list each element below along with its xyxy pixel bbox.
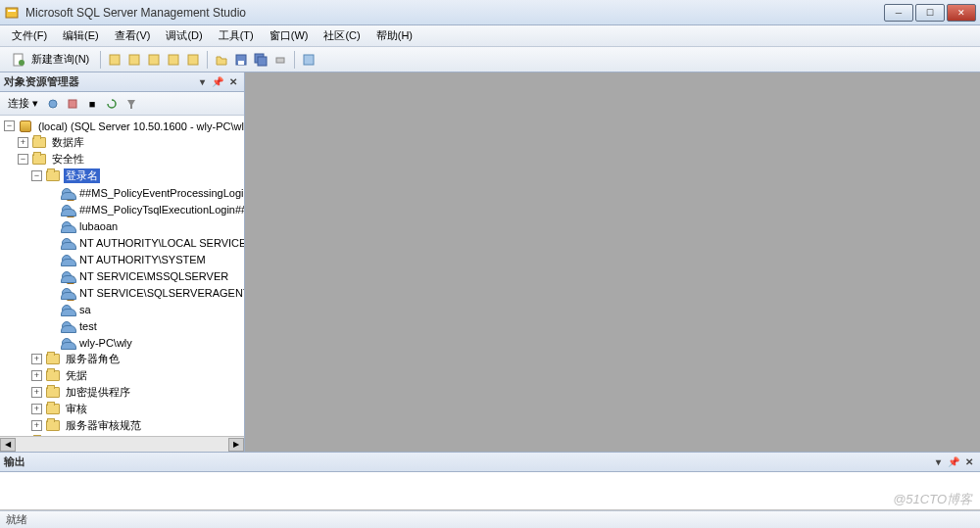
- status-bar: 就绪: [0, 510, 980, 528]
- stop-icon[interactable]: ■: [83, 95, 101, 113]
- svg-rect-14: [304, 55, 314, 65]
- panel-close-button[interactable]: ✕: [962, 456, 976, 469]
- tree-login-item[interactable]: lubaoan: [0, 217, 244, 234]
- panel-pin-button[interactable]: 📌: [947, 456, 960, 469]
- tree-login-item[interactable]: ##MS_PolicyTsqlExecutionLogin##: [0, 201, 244, 217]
- expand-icon[interactable]: +: [31, 404, 42, 414]
- svg-rect-16: [69, 100, 76, 108]
- activity-icon[interactable]: [300, 51, 318, 69]
- svg-rect-0: [6, 8, 18, 18]
- filter-icon[interactable]: [122, 95, 140, 113]
- expand-icon[interactable]: +: [31, 354, 42, 364]
- tree-login-item[interactable]: sa: [0, 301, 244, 317]
- window-title: Microsoft SQL Server Management Studio: [25, 6, 246, 20]
- folder-icon: [45, 169, 61, 183]
- tree-crypt-providers[interactable]: +加密提供程序: [0, 384, 244, 401]
- folder-icon: [45, 403, 61, 416]
- object-explorer-tree[interactable]: −(local) (SQL Server 10.50.1600 - wly-PC…: [0, 116, 244, 436]
- tree-login-item[interactable]: test: [0, 317, 244, 334]
- toolbar-btn-1[interactable]: [106, 51, 123, 69]
- user-key-icon: [59, 269, 74, 283]
- title-bar: Microsoft SQL Server Management Studio ─…: [0, 0, 980, 25]
- menu-help[interactable]: 帮助(H): [368, 26, 420, 45]
- scroll-left-icon[interactable]: ◀: [0, 438, 16, 452]
- app-icon: [4, 5, 20, 21]
- user-key-icon: [59, 203, 74, 216]
- tree-credentials[interactable]: +凭据: [0, 367, 244, 384]
- maximize-button[interactable]: ☐: [915, 4, 945, 22]
- toolbar-btn-3[interactable]: [145, 51, 163, 69]
- object-explorer-header: 对象资源管理器 ▾ 📌 ✕: [0, 72, 244, 92]
- user-icon: [59, 336, 74, 350]
- svg-rect-4: [110, 55, 120, 65]
- svg-point-15: [49, 100, 57, 108]
- tree-login-item[interactable]: wly-PC\wly: [0, 334, 244, 351]
- collapse-icon[interactable]: −: [31, 170, 42, 181]
- toolbar-btn-2[interactable]: [125, 51, 143, 69]
- tree-audit-specs[interactable]: +服务器审核规范: [0, 417, 244, 434]
- user-icon: [59, 303, 74, 316]
- connect-dropdown[interactable]: 连接 ▾: [4, 96, 42, 111]
- object-explorer-panel: 对象资源管理器 ▾ 📌 ✕ 连接 ▾ ■ −(local) (SQL Serve…: [0, 72, 245, 452]
- menu-community[interactable]: 社区(C): [316, 26, 368, 45]
- tree-login-item[interactable]: NT AUTHORITY\SYSTEM: [0, 251, 244, 267]
- tree-login-item[interactable]: NT SERVICE\MSSQLSERVER: [0, 267, 244, 284]
- tree-security[interactable]: −安全性: [0, 151, 244, 168]
- svg-rect-7: [169, 55, 178, 65]
- connect-icon[interactable]: [44, 95, 62, 113]
- save-icon[interactable]: [232, 51, 250, 69]
- window-controls: ─ ☐ ✕: [882, 4, 976, 22]
- tree-login-item[interactable]: NT AUTHORITY\LOCAL SERVICE: [0, 234, 244, 251]
- expand-icon[interactable]: +: [18, 137, 28, 148]
- user-icon: [59, 319, 74, 333]
- tree-audits[interactable]: +审核: [0, 401, 244, 417]
- toolbar-btn-5[interactable]: [184, 51, 202, 69]
- new-query-icon: [10, 51, 27, 69]
- svg-rect-8: [188, 55, 198, 65]
- scroll-right-icon[interactable]: ▶: [228, 438, 244, 452]
- tree-server-roles[interactable]: +服务器角色: [0, 351, 244, 367]
- editor-area: [245, 72, 980, 452]
- menu-file[interactable]: 文件(F): [4, 26, 55, 45]
- object-explorer-hscroll[interactable]: ◀ ▶: [0, 436, 244, 452]
- expand-icon[interactable]: +: [31, 387, 42, 398]
- menu-bar: 文件(F) 编辑(E) 查看(V) 调试(D) 工具(T) 窗口(W) 社区(C…: [0, 25, 980, 47]
- open-icon[interactable]: [213, 51, 230, 69]
- folder-icon: [45, 353, 61, 366]
- object-explorer-toolbar: 连接 ▾ ■: [0, 92, 244, 116]
- svg-rect-5: [129, 55, 139, 65]
- folder-icon: [45, 369, 61, 383]
- work-area: 对象资源管理器 ▾ 📌 ✕ 连接 ▾ ■ −(local) (SQL Serve…: [0, 72, 980, 452]
- tree-database[interactable]: +数据库: [0, 134, 244, 151]
- panel-dropdown-button[interactable]: ▾: [195, 75, 209, 89]
- user-icon: [59, 219, 74, 233]
- menu-tools[interactable]: 工具(T): [211, 26, 262, 45]
- menu-edit[interactable]: 编辑(E): [55, 26, 107, 45]
- tree-login-item[interactable]: ##MS_PolicyEventProcessingLogin##: [0, 184, 244, 201]
- minimize-button[interactable]: ─: [884, 4, 913, 22]
- menu-debug[interactable]: 调试(D): [158, 26, 210, 45]
- tree-login-item[interactable]: NT SERVICE\SQLSERVERAGENT: [0, 284, 244, 301]
- output-panel: 输出 ▾ 📌 ✕: [0, 452, 980, 510]
- panel-close-button[interactable]: ✕: [226, 75, 240, 89]
- panel-pin-button[interactable]: 📌: [211, 75, 224, 89]
- refresh-icon[interactable]: [103, 95, 121, 113]
- print-icon[interactable]: [271, 51, 289, 69]
- disconnect-icon[interactable]: [64, 95, 81, 113]
- collapse-icon[interactable]: −: [4, 120, 15, 131]
- toolbar-btn-4[interactable]: [165, 51, 182, 69]
- saveall-icon[interactable]: [252, 51, 270, 69]
- close-button[interactable]: ✕: [947, 4, 976, 22]
- expand-icon[interactable]: +: [31, 420, 42, 431]
- new-query-button[interactable]: 新建查询(N): [4, 50, 95, 70]
- svg-rect-12: [258, 57, 267, 66]
- menu-view[interactable]: 查看(V): [107, 26, 159, 45]
- tree-logins[interactable]: −登录名: [0, 168, 244, 184]
- panel-dropdown-button[interactable]: ▾: [931, 456, 945, 469]
- expand-icon[interactable]: +: [31, 370, 42, 381]
- collapse-icon[interactable]: −: [18, 154, 28, 165]
- tree-root[interactable]: −(local) (SQL Server 10.50.1600 - wly-PC…: [0, 118, 244, 134]
- menu-window[interactable]: 窗口(W): [262, 26, 317, 45]
- object-explorer-title: 对象资源管理器: [4, 74, 79, 89]
- user-icon: [59, 253, 74, 266]
